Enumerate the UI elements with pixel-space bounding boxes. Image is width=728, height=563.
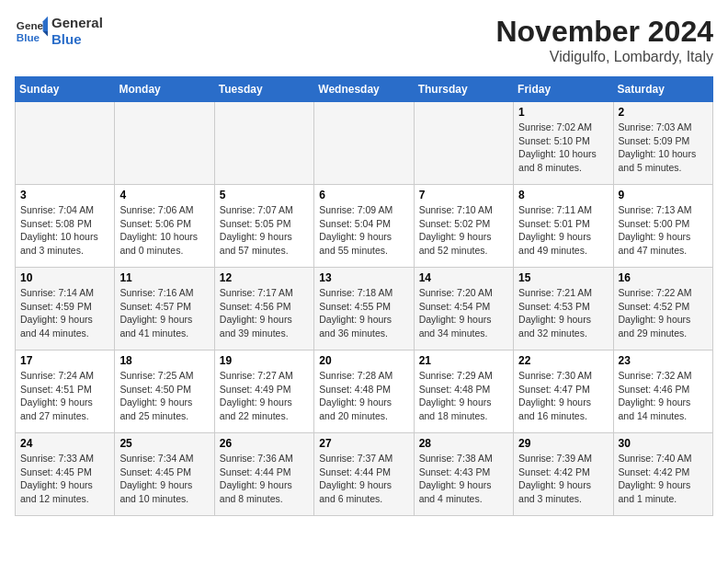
calendar-cell: 2Sunrise: 7:03 AMSunset: 5:09 PMDaylight… [613, 102, 712, 185]
calendar-cell: 12Sunrise: 7:17 AMSunset: 4:56 PMDayligh… [214, 268, 313, 350]
day-number: 25 [119, 437, 209, 450]
day-number: 7 [419, 189, 508, 201]
calendar-cell: 20Sunrise: 7:28 AMSunset: 4:48 PMDayligh… [314, 350, 414, 433]
day-number: 10 [20, 271, 109, 284]
day-info: Sunrise: 7:16 AMSunset: 4:57 PMDaylight:… [119, 286, 209, 340]
page-subtitle: Vidigulfo, Lombardy, Italy [495, 49, 713, 65]
day-info: Sunrise: 7:09 AMSunset: 5:04 PMDaylight:… [319, 203, 408, 258]
calendar-cell: 14Sunrise: 7:20 AMSunset: 4:54 PMDayligh… [414, 268, 513, 350]
day-number: 26 [220, 437, 309, 450]
day-info: Sunrise: 7:30 AMSunset: 4:47 PMDaylight:… [518, 369, 608, 423]
title-block: November 2024 Vidigulfo, Lombardy, Italy [495, 15, 713, 65]
calendar-cell: 24Sunrise: 7:33 AMSunset: 4:45 PMDayligh… [16, 433, 115, 516]
calendar-cell: 26Sunrise: 7:36 AMSunset: 4:44 PMDayligh… [214, 433, 313, 516]
calendar-week-3: 17Sunrise: 7:24 AMSunset: 4:51 PMDayligh… [16, 350, 713, 433]
day-number: 24 [20, 437, 109, 450]
day-info: Sunrise: 7:40 AMSunset: 4:42 PMDaylight:… [619, 452, 708, 506]
calendar-cell: 11Sunrise: 7:16 AMSunset: 4:57 PMDayligh… [115, 268, 214, 350]
day-number: 20 [319, 354, 408, 367]
calendar-cell: 4Sunrise: 7:06 AMSunset: 5:06 PMDaylight… [115, 185, 214, 268]
day-number: 6 [319, 189, 408, 201]
day-number: 1 [518, 106, 608, 119]
calendar-cell: 25Sunrise: 7:34 AMSunset: 4:45 PMDayligh… [115, 433, 214, 516]
calendar-header-saturday: Saturday [613, 77, 712, 102]
calendar-cell: 29Sunrise: 7:39 AMSunset: 4:42 PMDayligh… [514, 433, 613, 516]
day-number: 28 [419, 437, 508, 450]
day-number: 8 [518, 189, 608, 201]
calendar-header-row: SundayMondayTuesdayWednesdayThursdayFrid… [16, 77, 713, 102]
day-number: 18 [119, 354, 209, 367]
calendar-header-monday: Monday [115, 77, 214, 102]
calendar-cell: 15Sunrise: 7:21 AMSunset: 4:53 PMDayligh… [514, 268, 613, 350]
day-info: Sunrise: 7:04 AMSunset: 5:08 PMDaylight:… [20, 203, 109, 258]
day-info: Sunrise: 7:07 AMSunset: 5:05 PMDaylight:… [220, 203, 309, 258]
day-number: 4 [119, 189, 209, 201]
day-info: Sunrise: 7:25 AMSunset: 4:50 PMDaylight:… [119, 369, 209, 423]
calendar-week-2: 10Sunrise: 7:14 AMSunset: 4:59 PMDayligh… [16, 268, 713, 350]
day-info: Sunrise: 7:27 AMSunset: 4:49 PMDaylight:… [220, 369, 309, 423]
calendar-cell: 17Sunrise: 7:24 AMSunset: 4:51 PMDayligh… [16, 350, 115, 433]
day-number: 22 [518, 354, 608, 367]
calendar-week-0: 1Sunrise: 7:02 AMSunset: 5:10 PMDaylight… [16, 102, 713, 185]
day-number: 2 [619, 106, 708, 119]
calendar-cell: 1Sunrise: 7:02 AMSunset: 5:10 PMDaylight… [514, 102, 613, 185]
day-info: Sunrise: 7:17 AMSunset: 4:56 PMDaylight:… [220, 286, 309, 340]
day-number: 19 [220, 354, 309, 367]
calendar-header-sunday: Sunday [16, 77, 115, 102]
calendar-cell [414, 102, 513, 185]
day-info: Sunrise: 7:10 AMSunset: 5:02 PMDaylight:… [419, 203, 508, 258]
day-info: Sunrise: 7:18 AMSunset: 4:55 PMDaylight:… [319, 286, 408, 340]
calendar-week-1: 3Sunrise: 7:04 AMSunset: 5:08 PMDaylight… [16, 185, 713, 268]
day-number: 30 [619, 437, 708, 450]
day-info: Sunrise: 7:13 AMSunset: 5:00 PMDaylight:… [619, 203, 708, 258]
calendar-cell [214, 102, 313, 185]
day-number: 16 [619, 271, 708, 284]
calendar-cell: 16Sunrise: 7:22 AMSunset: 4:52 PMDayligh… [613, 268, 712, 350]
calendar-cell: 7Sunrise: 7:10 AMSunset: 5:02 PMDaylight… [414, 185, 513, 268]
calendar-cell: 30Sunrise: 7:40 AMSunset: 4:42 PMDayligh… [613, 433, 712, 516]
calendar-cell: 13Sunrise: 7:18 AMSunset: 4:55 PMDayligh… [314, 268, 414, 350]
calendar-header-wednesday: Wednesday [314, 77, 414, 102]
svg-marker-3 [43, 31, 48, 36]
day-number: 13 [319, 271, 408, 284]
day-info: Sunrise: 7:24 AMSunset: 4:51 PMDaylight:… [20, 369, 109, 423]
day-number: 21 [419, 354, 508, 367]
calendar-cell: 3Sunrise: 7:04 AMSunset: 5:08 PMDaylight… [16, 185, 115, 268]
day-info: Sunrise: 7:14 AMSunset: 4:59 PMDaylight:… [20, 286, 109, 340]
day-info: Sunrise: 7:38 AMSunset: 4:43 PMDaylight:… [419, 452, 508, 506]
calendar-header-tuesday: Tuesday [214, 77, 313, 102]
day-number: 23 [619, 354, 708, 367]
day-info: Sunrise: 7:36 AMSunset: 4:44 PMDaylight:… [220, 452, 309, 506]
calendar: SundayMondayTuesdayWednesdayThursdayFrid… [15, 76, 713, 516]
day-info: Sunrise: 7:21 AMSunset: 4:53 PMDaylight:… [518, 286, 608, 340]
calendar-cell: 22Sunrise: 7:30 AMSunset: 4:47 PMDayligh… [514, 350, 613, 433]
day-info: Sunrise: 7:34 AMSunset: 4:45 PMDaylight:… [119, 452, 209, 506]
day-number: 15 [518, 271, 608, 284]
header: General Blue General Blue November 2024 … [15, 15, 713, 65]
page-title: November 2024 [495, 15, 713, 49]
calendar-cell [16, 102, 115, 185]
svg-marker-2 [43, 17, 48, 31]
day-number: 12 [220, 271, 309, 284]
calendar-cell: 5Sunrise: 7:07 AMSunset: 5:05 PMDaylight… [214, 185, 313, 268]
logo: General Blue General Blue [15, 15, 103, 48]
day-info: Sunrise: 7:20 AMSunset: 4:54 PMDaylight:… [419, 286, 508, 340]
logo-general: General [51, 15, 103, 31]
calendar-header-thursday: Thursday [414, 77, 513, 102]
day-number: 27 [319, 437, 408, 450]
day-number: 29 [518, 437, 608, 450]
calendar-cell: 28Sunrise: 7:38 AMSunset: 4:43 PMDayligh… [414, 433, 513, 516]
day-number: 17 [20, 354, 109, 367]
calendar-cell [314, 102, 414, 185]
calendar-cell: 23Sunrise: 7:32 AMSunset: 4:46 PMDayligh… [613, 350, 712, 433]
calendar-cell: 27Sunrise: 7:37 AMSunset: 4:44 PMDayligh… [314, 433, 414, 516]
logo-icon: General Blue [15, 15, 48, 48]
calendar-cell: 6Sunrise: 7:09 AMSunset: 5:04 PMDaylight… [314, 185, 414, 268]
calendar-cell: 19Sunrise: 7:27 AMSunset: 4:49 PMDayligh… [214, 350, 313, 433]
day-info: Sunrise: 7:22 AMSunset: 4:52 PMDaylight:… [619, 286, 708, 340]
day-number: 5 [220, 189, 309, 201]
day-info: Sunrise: 7:29 AMSunset: 4:48 PMDaylight:… [419, 369, 508, 423]
day-info: Sunrise: 7:33 AMSunset: 4:45 PMDaylight:… [20, 452, 109, 506]
calendar-cell [115, 102, 214, 185]
day-info: Sunrise: 7:11 AMSunset: 5:01 PMDaylight:… [518, 203, 608, 258]
